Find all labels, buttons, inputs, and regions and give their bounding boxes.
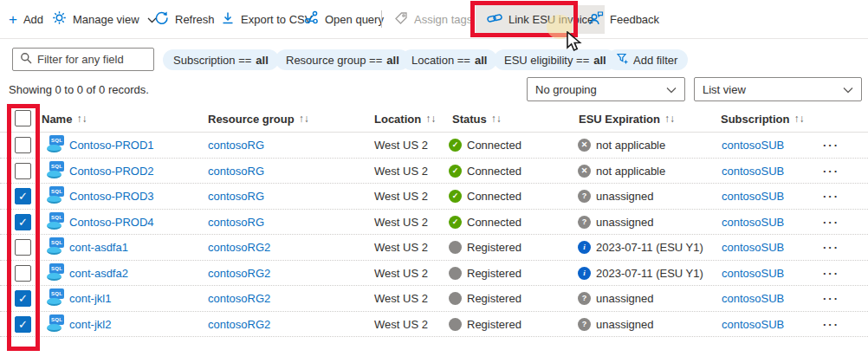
- filter-pill-esu-eligibility[interactable]: ESU eligibility ==all: [494, 49, 617, 70]
- resource-group-link[interactable]: contosoRG2: [208, 286, 270, 311]
- download-icon: [221, 11, 235, 28]
- table-header: Name↑↓ Resource group↑↓ Location↑↓ Statu…: [0, 105, 868, 133]
- location-cell: West US 2: [374, 133, 428, 158]
- refresh-button[interactable]: Refresh: [154, 0, 215, 38]
- column-header-esu-expiration[interactable]: ESU Expiration↑↓: [579, 105, 675, 133]
- location-cell: West US 2: [374, 235, 428, 260]
- row-checkbox[interactable]: [15, 316, 31, 333]
- subscription-link[interactable]: contosoSUB: [722, 235, 784, 260]
- resource-group-link[interactable]: contosoRG: [208, 133, 264, 158]
- row-context-menu-ellipsis[interactable]: ···: [823, 159, 849, 184]
- add-button[interactable]: + Add: [9, 0, 43, 38]
- subscription-link[interactable]: contosoSUB: [722, 184, 784, 209]
- status-icon: ✓: [449, 216, 462, 229]
- column-header-status[interactable]: Status↑↓: [452, 105, 502, 133]
- subscription-link[interactable]: contosoSUB: [722, 286, 784, 311]
- chevron-down-icon: [666, 83, 677, 96]
- row-context-menu-ellipsis[interactable]: ···: [823, 312, 849, 337]
- export-csv-button[interactable]: Export to CSV: [221, 0, 312, 38]
- status-cell: Registered: [467, 312, 521, 337]
- gear-icon: [52, 10, 67, 28]
- feedback-button[interactable]: Feedback: [588, 0, 659, 38]
- open-query-button[interactable]: Open query: [304, 0, 384, 38]
- location-cell: West US 2: [374, 159, 428, 184]
- subscription-link[interactable]: contosoSUB: [722, 312, 784, 337]
- server-name-link[interactable]: cont-asdfa1: [69, 235, 128, 260]
- refresh-label: Refresh: [175, 13, 215, 26]
- server-name-link[interactable]: Contoso-PROD1: [69, 133, 154, 158]
- pill-value: all: [593, 54, 606, 67]
- row-checkbox[interactable]: [15, 188, 31, 204]
- resource-group-link[interactable]: contosoRG2: [208, 312, 270, 337]
- subscription-link[interactable]: contosoSUB: [722, 133, 784, 158]
- row-checkbox[interactable]: [15, 137, 31, 153]
- filter-pill-resource-group[interactable]: Resource group ==all: [275, 49, 410, 70]
- table-row: SQL Contoso-PROD4 contosoRG West US 2 ✓ …: [0, 210, 868, 236]
- esu-expiration-cell: not applicable: [596, 159, 665, 184]
- sort-icon: ↑↓: [76, 113, 87, 125]
- status-cell: Connected: [467, 133, 521, 158]
- row-context-menu-ellipsis[interactable]: ···: [823, 286, 849, 311]
- row-checkbox[interactable]: [15, 163, 31, 179]
- share-nodes-icon: [304, 10, 319, 28]
- link-esu-invoice-button[interactable]: Link ESU invoice: [476, 5, 605, 34]
- sql-server-azure-arc-icon: SQL: [47, 135, 66, 156]
- esu-status-icon: i: [578, 267, 591, 280]
- row-checkbox[interactable]: [15, 290, 31, 307]
- command-bar: + Add Manage view Refresh Export to CSV …: [0, 0, 868, 39]
- add-filter-label: Add filter: [633, 54, 677, 67]
- subscription-link[interactable]: contosoSUB: [722, 261, 784, 286]
- server-name-link[interactable]: Contoso-PROD3: [69, 184, 154, 209]
- resource-group-link[interactable]: contosoRG2: [208, 261, 270, 286]
- status-icon: [449, 267, 462, 280]
- resource-group-link[interactable]: contosoRG: [208, 210, 264, 235]
- select-all-checkbox[interactable]: [15, 110, 31, 126]
- row-context-menu-ellipsis[interactable]: ···: [823, 261, 849, 286]
- sql-server-azure-arc-icon: SQL: [47, 237, 66, 258]
- status-cell: Registered: [467, 261, 521, 286]
- server-name-link[interactable]: cont-asdfa2: [69, 261, 128, 286]
- row-context-menu-ellipsis[interactable]: ···: [823, 184, 849, 209]
- column-header-name[interactable]: Name↑↓: [42, 105, 87, 133]
- filter-pill-subscription[interactable]: Subscription ==all: [163, 49, 279, 70]
- manage-view-button[interactable]: Manage view: [52, 0, 157, 38]
- column-header-subscription[interactable]: Subscription↑↓: [721, 105, 804, 133]
- view-value: List view: [703, 83, 746, 96]
- server-name-link[interactable]: Contoso-PROD4: [69, 210, 154, 235]
- location-cell: West US 2: [374, 261, 428, 286]
- filter-search-box[interactable]: [12, 48, 154, 71]
- view-dropdown[interactable]: List view: [694, 77, 862, 101]
- table-row: SQL Contoso-PROD3 contosoRG West US 2 ✓ …: [0, 184, 868, 210]
- row-checkbox[interactable]: [15, 265, 31, 282]
- location-cell: West US 2: [374, 184, 428, 209]
- row-context-menu-ellipsis[interactable]: ···: [823, 210, 849, 235]
- resource-group-link[interactable]: contosoRG: [208, 184, 264, 209]
- status-icon: ✓: [449, 165, 462, 178]
- resource-group-link[interactable]: contosoRG2: [208, 235, 270, 260]
- filter-search-input[interactable]: [37, 53, 141, 66]
- filter-pill-location[interactable]: Location ==all: [401, 49, 497, 70]
- sort-icon: ↑↓: [299, 113, 309, 125]
- server-name-link[interactable]: cont-jkl2: [69, 312, 111, 337]
- add-filter-button[interactable]: Add filter: [606, 49, 688, 70]
- row-checkbox[interactable]: [15, 214, 31, 230]
- column-header-location[interactable]: Location↑↓: [374, 105, 436, 133]
- grouping-dropdown[interactable]: No grouping: [527, 77, 685, 101]
- column-header-resource-group[interactable]: Resource group↑↓: [208, 105, 309, 133]
- pill-label: Resource group ==: [286, 54, 382, 67]
- subscription-link[interactable]: contosoSUB: [722, 159, 784, 184]
- row-checkbox[interactable]: [15, 239, 31, 256]
- table-row: SQL Contoso-PROD2 contosoRG West US 2 ✓ …: [0, 159, 868, 185]
- resource-group-link[interactable]: contosoRG: [208, 159, 264, 184]
- esu-status-icon: ?: [578, 190, 591, 203]
- azure-portal-sql-arc-list: + Add Manage view Refresh Export to CSV …: [0, 0, 868, 363]
- subscription-link[interactable]: contosoSUB: [722, 210, 784, 235]
- row-context-menu-ellipsis[interactable]: ···: [823, 133, 849, 158]
- table-row: SQL cont-asdfa1 contosoRG2 West US 2 Reg…: [0, 235, 868, 261]
- esu-status-icon: ?: [578, 318, 591, 331]
- row-context-menu-ellipsis[interactable]: ···: [823, 235, 849, 260]
- server-name-link[interactable]: Contoso-PROD2: [69, 159, 154, 184]
- feedback-label: Feedback: [610, 13, 659, 26]
- server-name-link[interactable]: cont-jkl1: [69, 286, 111, 311]
- refresh-icon: [154, 10, 169, 28]
